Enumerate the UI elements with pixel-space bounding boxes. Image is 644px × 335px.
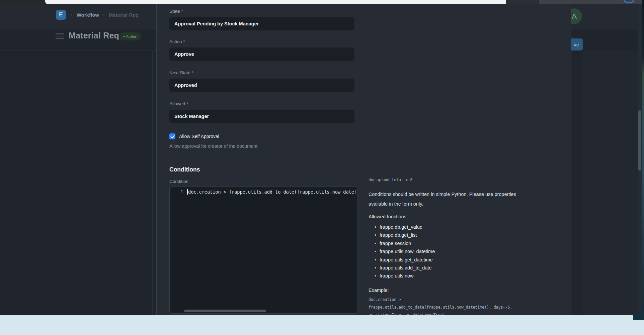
list-item: frappe.utils.add_to_date — [380, 264, 526, 272]
field-state: State * Approval Pending by Stock Manage… — [169, 9, 354, 30]
list-item: frappe.db.get_list — [380, 231, 526, 239]
page-title: Material Req — [69, 31, 119, 40]
divider — [152, 50, 153, 315]
breadcrumb-workflow[interactable]: Workflow — [77, 12, 99, 18]
screen: E › Workflow › Material Req Material Req… — [0, 0, 644, 335]
field-allowed: Allowed * Stock Manager — [169, 101, 354, 123]
required-marker: * — [186, 101, 188, 106]
divider — [163, 157, 565, 157]
conditions-section-title: Conditions — [169, 166, 200, 173]
field-label: State — [169, 9, 180, 14]
required-marker: * — [183, 39, 185, 44]
example-title: Example: — [369, 288, 526, 293]
desktop-wallpaper-sliver — [642, 0, 644, 320]
required-marker: * — [181, 9, 183, 14]
workflow-transition-modal: State * Approval Pending by Stock Manage… — [156, 4, 571, 315]
help-snippet: doc.grand_total > 0 — [369, 178, 526, 182]
next-state-input[interactable]: Approved — [169, 79, 354, 92]
list-item: frappe.session — [380, 239, 526, 247]
allowed-functions-list: frappe.db.get_value frappe.db.get_list f… — [369, 223, 526, 280]
browser-top-edge — [0, 0, 642, 4]
action-input[interactable]: Approve — [169, 47, 354, 61]
allowed-functions-title: Allowed functions: — [369, 214, 526, 219]
condition-help-panel: doc.grand_total > 0 Conditions should be… — [369, 178, 526, 319]
field-next-state: Next State * Approved — [169, 70, 354, 92]
chevron-right-icon: › — [103, 12, 105, 17]
menu-icon[interactable] — [56, 33, 64, 39]
browser-scrollbar[interactable] — [638, 4, 642, 315]
desktop-wallpaper-corner — [633, 313, 644, 320]
text-caret — [187, 189, 188, 195]
browser-tab-edge — [45, 0, 506, 4]
app-logo-icon[interactable]: E — [56, 10, 66, 20]
field-action: Action * Approve — [169, 39, 354, 61]
state-input[interactable]: Approval Pending by Stock Manager — [169, 17, 354, 30]
sidebar — [0, 50, 152, 315]
line-number: 1 — [170, 189, 183, 194]
status-badge: • Active — [119, 32, 141, 40]
breadcrumb-material-req: Material Req — [109, 12, 139, 18]
breadcrumb: › Workflow › Material Req — [71, 10, 139, 19]
list-item: frappe.utils.now — [380, 272, 526, 280]
help-description: Conditions should be written in simple P… — [369, 190, 526, 209]
allow-self-approval-checkbox[interactable] — [169, 133, 175, 139]
condition-code-editor[interactable]: 1 doc.creation > frappe.utils.add_to_dat… — [169, 187, 358, 314]
scrollbar-thumb[interactable] — [638, 110, 641, 171]
allowed-input[interactable]: Stock Manager — [169, 110, 354, 123]
editor-horizontal-scrollbar[interactable] — [184, 310, 266, 312]
allow-self-approval-row: Allow Self Approval — [169, 133, 219, 139]
field-label: Next State — [169, 70, 190, 75]
condition-code-line[interactable]: doc.creation > frappe.utils.add_to_date(… — [188, 189, 355, 195]
browser-tab-corner — [506, 0, 539, 4]
required-marker: * — [192, 70, 193, 75]
list-item: frappe.utils.get_datetime — [380, 256, 526, 264]
checkbox-description: Allow approval for creator of the docume… — [169, 143, 257, 149]
field-label: Action — [169, 39, 182, 44]
field-label: Allowed — [169, 101, 185, 106]
form-body-panel — [583, 50, 638, 315]
list-item: frappe.utils.now_datetime — [380, 247, 526, 255]
checkbox-label: Allow Self Approval — [179, 134, 219, 139]
list-item: frappe.db.get_value — [380, 223, 526, 231]
windows-taskbar: L 86 VNC ☁ 1:45 PM 4/14/2023 — [0, 315, 644, 335]
condition-field-label: Condition — [169, 179, 188, 184]
chevron-right-icon: › — [71, 12, 73, 17]
